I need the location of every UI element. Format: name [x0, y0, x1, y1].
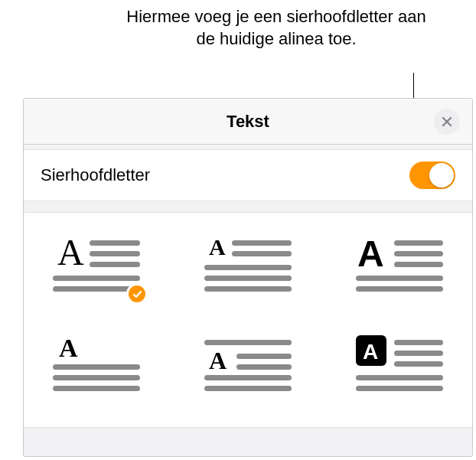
svg-rect-9: [204, 265, 292, 270]
svg-rect-10: [204, 276, 292, 281]
svg-rect-31: [394, 351, 443, 356]
style-option-raised-small[interactable]: A: [204, 234, 292, 297]
selected-check-badge: [126, 283, 148, 305]
svg-text:A: A: [209, 234, 226, 259]
panel-body: Sierhoofdletter A: [24, 145, 472, 456]
style-option-raised-large[interactable]: A: [53, 234, 140, 297]
svg-rect-15: [394, 262, 443, 267]
close-icon: [442, 116, 452, 127]
style-option-boxed-reverse[interactable]: A: [356, 334, 443, 396]
svg-rect-2: [90, 251, 140, 256]
svg-rect-13: [394, 240, 443, 246]
svg-text:A: A: [57, 234, 84, 272]
svg-rect-30: [394, 340, 443, 345]
svg-text:A: A: [363, 340, 378, 364]
svg-rect-11: [204, 286, 292, 292]
style-option-inset-bold[interactable]: A: [204, 334, 292, 396]
svg-text:A: A: [209, 347, 227, 374]
svg-rect-24: [236, 354, 292, 359]
svg-text:A: A: [59, 334, 78, 362]
drop-cap-margin-top-icon: A: [53, 334, 140, 396]
svg-text:A: A: [357, 234, 384, 274]
style-option-margin-top[interactable]: A: [53, 334, 140, 396]
svg-rect-7: [232, 240, 292, 246]
style-option-bold-inline[interactable]: A: [356, 234, 443, 297]
svg-rect-19: [53, 364, 140, 370]
svg-rect-4: [53, 276, 140, 281]
drop-cap-toggle[interactable]: [409, 161, 455, 189]
svg-rect-8: [232, 251, 292, 256]
drop-cap-raised-small-icon: A: [204, 234, 292, 297]
panel-title: Tekst: [227, 112, 269, 132]
toggle-knob: [429, 163, 454, 188]
drop-cap-label: Sierhoofdletter: [41, 165, 150, 185]
svg-rect-25: [236, 364, 292, 370]
svg-rect-33: [356, 375, 443, 380]
svg-rect-27: [204, 386, 292, 391]
check-icon: [132, 289, 142, 299]
drop-cap-styles-section: A: [24, 212, 472, 428]
drop-cap-inset-bold-icon: A: [204, 334, 292, 396]
svg-rect-34: [356, 386, 443, 391]
drop-cap-bold-inline-icon: A: [356, 234, 443, 297]
svg-rect-3: [90, 262, 140, 267]
panel-header: Tekst: [24, 99, 472, 145]
svg-rect-32: [394, 361, 443, 367]
text-panel: Tekst Sierhoofdletter A: [23, 98, 473, 457]
drop-cap-row: Sierhoofdletter: [24, 149, 472, 201]
drop-cap-boxed-reverse-icon: A: [356, 334, 443, 396]
callout-text: Hiermee voeg je een sierhoofdletter aan …: [122, 6, 430, 50]
callout: Hiermee voeg je een sierhoofdletter aan …: [0, 6, 476, 50]
svg-rect-14: [394, 251, 443, 256]
svg-rect-16: [356, 276, 443, 281]
close-button[interactable]: [434, 109, 460, 135]
svg-rect-26: [204, 375, 292, 380]
drop-cap-style-grid: A: [47, 234, 449, 396]
svg-rect-21: [53, 386, 140, 391]
svg-rect-17: [356, 286, 443, 292]
svg-rect-20: [53, 375, 140, 380]
svg-rect-1: [90, 240, 140, 246]
svg-rect-22: [204, 340, 292, 345]
drop-cap-raised-large-icon: A: [53, 234, 140, 297]
